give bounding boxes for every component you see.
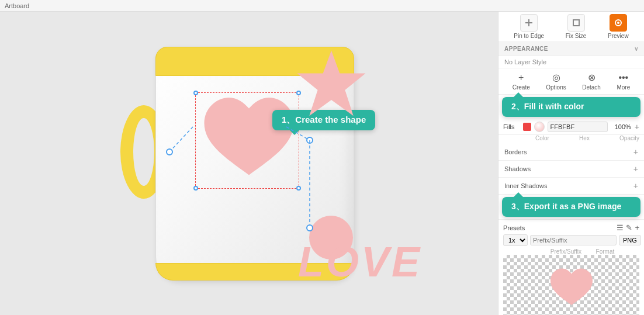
- options-action[interactable]: ◎ Options: [546, 72, 566, 91]
- preview-icon: [610, 14, 627, 32]
- export-sublabels: 1x Prefix/Suffix Format: [503, 248, 639, 255]
- fills-sublabels: Color Hex Opacity: [498, 135, 644, 144]
- more-action[interactable]: ••• More: [617, 72, 630, 91]
- canvas-area: 1、Create the shape LOVE: [0, 12, 498, 315]
- export-header: Presets ☰ ✎ +: [503, 223, 639, 232]
- star-shape: [293, 47, 369, 123]
- fills-label: Fills: [503, 123, 515, 130]
- fill-add-button[interactable]: +: [635, 122, 639, 131]
- export-size-select[interactable]: 1x: [503, 234, 528, 246]
- create-action[interactable]: + Create: [513, 72, 530, 91]
- top-bar: Artboard: [0, 0, 644, 12]
- export-config-row: 1x PNG ✕: [503, 234, 639, 246]
- svg-point-11: [617, 22, 619, 24]
- export-section: Presets ☰ ✎ + 1x PNG ✕ 1x Prefix/Suffix …: [498, 219, 644, 315]
- create-icon: +: [518, 72, 524, 83]
- appearance-header: APPEARANCE ∨: [498, 42, 644, 56]
- love-text: LOVE: [298, 238, 422, 286]
- fills-row: Fills FFBFBF 100% +: [498, 119, 644, 135]
- tooltip-export: 3、Export it as a PNG image: [502, 197, 640, 217]
- export-prefix-input[interactable]: [530, 235, 617, 245]
- preview-tool[interactable]: Preview: [608, 14, 629, 39]
- fill-hex-input[interactable]: FFBFBF: [548, 122, 608, 132]
- fix-size-icon: [567, 14, 585, 32]
- detach-icon: ⊗: [588, 72, 595, 83]
- shadows-add-button[interactable]: +: [633, 164, 638, 174]
- detach-action[interactable]: ⊗ Detach: [582, 72, 601, 91]
- shadows-row: Shadows +: [498, 161, 644, 178]
- export-format-display: PNG: [619, 235, 641, 245]
- export-list-icon[interactable]: ☰: [617, 223, 624, 232]
- right-panel: Pin to Edge Fix Size Preview: [498, 12, 644, 315]
- tooltip-fill-color: 2、Fill it with color: [502, 97, 640, 117]
- options-icon: ◎: [552, 72, 560, 83]
- panel-toolbar: Pin to Edge Fix Size Preview: [498, 12, 644, 42]
- borders-row: Borders +: [498, 144, 644, 161]
- fix-size-tool[interactable]: Fix Size: [566, 14, 587, 39]
- more-icon: •••: [618, 72, 628, 83]
- fill-color-dot[interactable]: [534, 122, 545, 132]
- export-actions: ☰ ✎ +: [617, 223, 639, 232]
- export-edit-icon[interactable]: ✎: [626, 223, 632, 232]
- pin-to-edge-tool[interactable]: Pin to Edge: [514, 14, 544, 39]
- create-row: + Create ◎ Options ⊗ Detach ••• More: [498, 68, 644, 95]
- export-add-icon[interactable]: +: [635, 223, 639, 232]
- heart-on-mug: [199, 94, 299, 187]
- borders-add-button[interactable]: +: [633, 147, 638, 157]
- layer-style-row[interactable]: No Layer Style: [498, 56, 644, 68]
- inner-shadows-add-button[interactable]: +: [633, 181, 638, 191]
- appearance-chevron[interactable]: ∨: [634, 46, 639, 52]
- svg-rect-8: [528, 19, 529, 26]
- svg-rect-9: [573, 20, 579, 26]
- artboard-label: Artboard: [5, 2, 29, 9]
- svg-marker-0: [297, 51, 366, 116]
- export-preview: [503, 255, 639, 315]
- fill-checkbox[interactable]: [523, 123, 531, 131]
- pin-to-edge-icon: [520, 14, 538, 32]
- export-presets-label: Presets: [503, 224, 525, 231]
- fill-opacity: 100%: [611, 123, 631, 130]
